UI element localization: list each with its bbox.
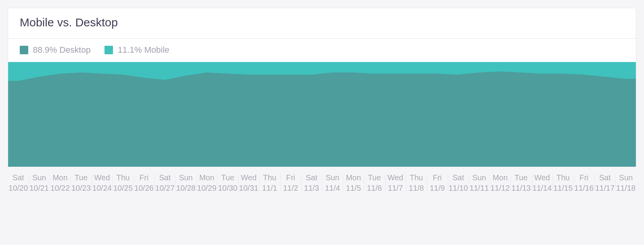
tick-date-label: 11/12 xyxy=(490,183,510,193)
x-axis-tick: Mon11/12 xyxy=(490,173,510,193)
tick-date-label: 10/27 xyxy=(154,183,175,193)
tick-date-label: 10/29 xyxy=(196,183,217,193)
tick-day-label: Sat xyxy=(154,173,175,183)
x-axis-tick: Sat10/27 xyxy=(154,173,175,193)
tick-day-label: Sat xyxy=(8,173,29,183)
tick-day-label: Sun xyxy=(469,173,490,183)
tick-date-label: 11/8 xyxy=(406,183,427,193)
tick-date-label: 11/14 xyxy=(532,183,553,193)
x-axis-tick: Thu10/25 xyxy=(113,173,134,193)
tick-day-label: Wed xyxy=(385,173,406,183)
tick-date-label: 11/18 xyxy=(615,183,636,193)
tick-date-label: 11/15 xyxy=(553,183,574,193)
tick-day-label: Thu xyxy=(406,173,427,183)
tick-day-label: Fri xyxy=(427,173,448,183)
tick-date-label: 10/26 xyxy=(134,183,154,193)
card-header: Mobile vs. Desktop xyxy=(8,8,636,39)
x-axis-tick: Sat10/20 xyxy=(8,173,29,193)
tick-date-label: 11/6 xyxy=(364,183,385,193)
chart-legend: 88.9% Desktop 11.1% Mobile xyxy=(8,39,636,62)
legend-item-mobile[interactable]: 11.1% Mobile xyxy=(104,45,169,55)
tick-day-label: Tue xyxy=(510,173,531,183)
tick-day-label: Sun xyxy=(322,173,343,183)
tick-date-label: 10/30 xyxy=(217,183,238,193)
tick-date-label: 10/21 xyxy=(29,183,50,193)
x-axis-tick: Sun11/11 xyxy=(469,173,490,193)
x-axis-tick: Fri11/9 xyxy=(427,173,448,193)
tick-day-label: Tue xyxy=(364,173,385,183)
x-axis-tick: Sun11/4 xyxy=(322,173,343,193)
x-axis-tick: Wed10/24 xyxy=(92,173,113,193)
tick-date-label: 10/31 xyxy=(238,183,259,193)
tick-date-label: 11/3 xyxy=(301,183,322,193)
tick-day-label: Thu xyxy=(113,173,134,183)
tick-day-label: Sat xyxy=(448,173,469,183)
tick-date-label: 11/13 xyxy=(510,183,531,193)
tick-day-label: Sun xyxy=(175,173,196,183)
legend-label-mobile: 11.1% Mobile xyxy=(118,45,169,55)
tick-day-label: Fri xyxy=(134,173,154,183)
tick-day-label: Mon xyxy=(196,173,217,183)
x-axis-tick: Tue11/13 xyxy=(510,173,531,193)
tick-date-label: 11/16 xyxy=(574,183,594,193)
tick-day-label: Sun xyxy=(615,173,636,183)
swatch-desktop-icon xyxy=(20,46,28,54)
x-axis-tick: Sun11/18 xyxy=(615,173,636,193)
tick-date-label: 11/7 xyxy=(385,183,406,193)
tick-date-label: 10/24 xyxy=(92,183,113,193)
tick-day-label: Wed xyxy=(92,173,113,183)
x-axis-tick: Thu11/15 xyxy=(553,173,574,193)
x-axis-tick: Mon11/5 xyxy=(343,173,364,193)
x-axis-tick: Mon10/29 xyxy=(196,173,217,193)
tick-day-label: Mon xyxy=(490,173,510,183)
tick-day-label: Wed xyxy=(238,173,259,183)
tick-date-label: 11/10 xyxy=(448,183,469,193)
x-axis-tick: Sun10/28 xyxy=(175,173,196,193)
tick-day-label: Wed xyxy=(532,173,553,183)
chart-area[interactable] xyxy=(8,62,636,167)
stacked-area-chart xyxy=(8,62,636,167)
x-axis-tick: Thu11/8 xyxy=(406,173,427,193)
x-axis-tick: Sat11/10 xyxy=(448,173,469,193)
x-axis-tick: Thu11/1 xyxy=(259,173,280,193)
legend-item-desktop[interactable]: 88.9% Desktop xyxy=(20,45,91,55)
tick-date-label: 10/28 xyxy=(175,183,196,193)
tick-date-label: 10/25 xyxy=(113,183,134,193)
x-axis: Sat10/20Sun10/21Mon10/22Tue10/23Wed10/24… xyxy=(8,167,636,197)
x-axis-tick: Fri11/16 xyxy=(574,173,594,193)
tick-day-label: Fri xyxy=(280,173,301,183)
x-axis-tick: Wed11/7 xyxy=(385,173,406,193)
swatch-mobile-icon xyxy=(104,46,113,54)
x-axis-tick: Tue10/23 xyxy=(70,173,91,193)
tick-date-label: 11/1 xyxy=(259,183,280,193)
x-axis-tick: Wed10/31 xyxy=(238,173,259,193)
card-title: Mobile vs. Desktop xyxy=(20,16,624,29)
x-axis-tick: Mon10/22 xyxy=(50,173,70,193)
x-axis-tick: Fri10/26 xyxy=(134,173,154,193)
tick-date-label: 11/4 xyxy=(322,183,343,193)
tick-date-label: 11/17 xyxy=(594,183,615,193)
tick-date-label: 11/9 xyxy=(427,183,448,193)
tick-day-label: Tue xyxy=(70,173,91,183)
tick-date-label: 10/20 xyxy=(8,183,29,193)
tick-day-label: Sun xyxy=(29,173,50,183)
x-axis-tick: Sat11/3 xyxy=(301,173,322,193)
x-axis-tick: Fri11/2 xyxy=(280,173,301,193)
tick-day-label: Sat xyxy=(594,173,615,183)
x-axis-tick: Sat11/17 xyxy=(594,173,615,193)
tick-day-label: Thu xyxy=(259,173,280,183)
x-axis-tick: Sun10/21 xyxy=(29,173,50,193)
tick-day-label: Fri xyxy=(574,173,594,183)
tick-date-label: 10/23 xyxy=(70,183,91,193)
tick-day-label: Thu xyxy=(553,173,574,183)
tick-date-label: 11/11 xyxy=(469,183,490,193)
x-axis-tick: Wed11/14 xyxy=(532,173,553,193)
legend-label-desktop: 88.9% Desktop xyxy=(33,45,91,55)
tick-day-label: Mon xyxy=(343,173,364,183)
x-axis-tick: Tue10/30 xyxy=(217,173,238,193)
tick-day-label: Mon xyxy=(50,173,70,183)
mobile-vs-desktop-card: Mobile vs. Desktop 88.9% Desktop 11.1% M… xyxy=(8,8,636,167)
tick-date-label: 11/5 xyxy=(343,183,364,193)
x-axis-tick: Tue11/6 xyxy=(364,173,385,193)
tick-day-label: Sat xyxy=(301,173,322,183)
